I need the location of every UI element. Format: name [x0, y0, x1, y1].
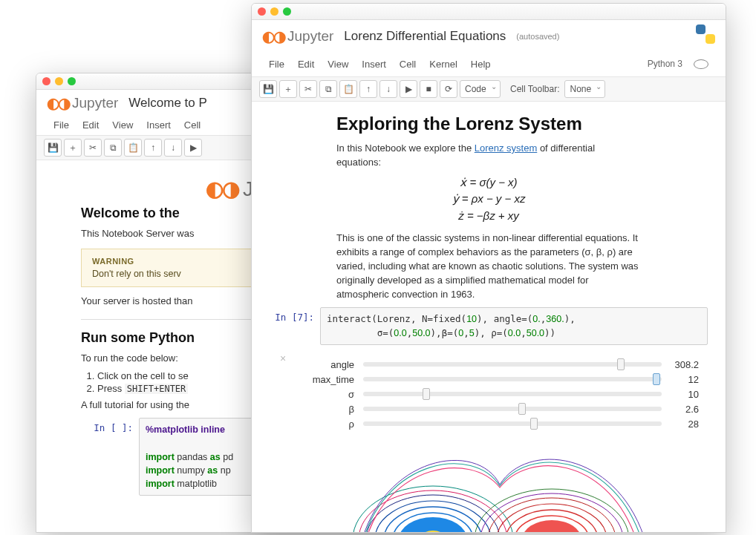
jupyter-logo: ◐◑Jupyter — [47, 94, 118, 112]
minimize-icon[interactable] — [270, 7, 278, 16]
menu-view[interactable]: View — [105, 116, 140, 134]
slider-thumb-icon[interactable] — [617, 358, 625, 370]
run-button[interactable]: ▶ — [400, 80, 417, 98]
notebook-title[interactable]: Lorenz Differential Equations — [344, 29, 506, 44]
widget-row: angle308.2 — [296, 359, 699, 370]
widget-label: max_time — [296, 374, 363, 385]
python-logo-icon — [696, 24, 715, 48]
code-cell[interactable]: In [7]: interact(Lorenz, N=fixed(10), an… — [262, 307, 708, 344]
menu-insert[interactable]: Insert — [140, 116, 177, 134]
doc-p2: This is one of the classic systems in no… — [336, 232, 641, 301]
kernel-status-icon[interactable] — [694, 59, 708, 69]
menu-edit[interactable]: Edit — [291, 56, 321, 73]
menu-insert[interactable]: Insert — [355, 56, 393, 73]
widget-value: 308.2 — [662, 359, 699, 370]
add-cell-button[interactable]: ＋ — [279, 80, 297, 98]
widget-label: ρ — [296, 419, 363, 430]
slider-thumb-icon[interactable] — [653, 373, 660, 385]
paste-button[interactable]: 📋 — [339, 80, 357, 98]
widget-row: β2.6 — [296, 404, 699, 415]
widget-label: β — [296, 404, 363, 415]
input-prompt: In [7]: — [262, 307, 320, 344]
kernel-name[interactable]: Python 3 — [641, 56, 689, 72]
notebook-body: Exploring the Lorenz System In this Note… — [252, 102, 726, 533]
menu-help[interactable]: Help — [464, 56, 498, 73]
move-up-button[interactable]: ↑ — [359, 80, 377, 98]
cut-button[interactable]: ✂ — [84, 139, 102, 157]
menu-cell[interactable]: Cell — [177, 116, 207, 134]
widget-slider[interactable] — [363, 421, 662, 426]
jupyter-logo: ◐◑Jupyter — [262, 27, 333, 45]
jupyter-orb-icon: ◐◑ — [47, 94, 69, 112]
restart-button[interactable]: ⟳ — [440, 80, 457, 98]
doc-heading: Exploring the Lorenz System — [336, 114, 641, 134]
titlebar — [252, 4, 726, 20]
close-icon[interactable] — [42, 77, 50, 85]
menu-file[interactable]: File — [262, 56, 291, 73]
lorenz-link[interactable]: Lorenz system — [475, 142, 538, 154]
menu-cell[interactable]: Cell — [393, 56, 423, 73]
menubar: File Edit View Insert Cell Kernel Help P… — [252, 51, 726, 77]
kernel-indicator: Python 3 — [634, 53, 715, 75]
menu-kernel[interactable]: Kernel — [423, 56, 464, 73]
widget-value: 12 — [662, 374, 699, 385]
zoom-icon[interactable] — [283, 7, 291, 16]
save-button[interactable]: 💾 — [259, 80, 277, 98]
notebook-header: ◐◑Jupyter Lorenz Differential Equations … — [252, 20, 726, 51]
widget-slider[interactable] — [363, 377, 662, 381]
menu-edit[interactable]: Edit — [76, 116, 105, 134]
jupyter-orb-icon: ◐◑ — [262, 27, 284, 45]
move-down-button[interactable]: ↓ — [379, 80, 397, 98]
slider-thumb-icon[interactable] — [530, 418, 538, 430]
run-button[interactable]: ▶ — [184, 139, 202, 157]
widget-value: 10 — [662, 389, 699, 400]
widget-slider[interactable] — [363, 407, 662, 411]
widget-row: σ10 — [296, 389, 699, 400]
code-area[interactable]: interact(Lorenz, N=fixed(10), angle=(0.,… — [320, 307, 708, 344]
cell-type-select[interactable]: Code — [460, 80, 501, 98]
minimize-icon[interactable] — [55, 77, 63, 85]
front-window: ◐◑Jupyter Lorenz Differential Equations … — [251, 3, 726, 533]
widget-value: 28 — [662, 419, 699, 430]
widget-value: 2.6 — [662, 404, 699, 415]
widget-slider[interactable] — [363, 362, 662, 367]
doc-p1: In this Notebook we explore the Lorenz s… — [336, 142, 641, 170]
zoom-icon[interactable] — [68, 77, 76, 85]
paste-button[interactable]: 📋 — [124, 139, 142, 157]
widget-panel: × angle308.2max_time12σ10β2.6ρ28 — [262, 351, 708, 430]
menu-view[interactable]: View — [321, 56, 355, 73]
save-button[interactable]: 💾 — [44, 139, 62, 157]
cut-button[interactable]: ✂ — [299, 80, 317, 98]
move-down-button[interactable]: ↓ — [164, 139, 182, 157]
notebook-title[interactable]: Welcome to P — [128, 96, 207, 111]
svg-point-12 — [522, 520, 581, 533]
widget-label: angle — [296, 359, 363, 370]
close-icon[interactable] — [258, 7, 266, 16]
add-cell-button[interactable]: ＋ — [64, 139, 82, 157]
widget-close-icon[interactable]: × — [280, 352, 286, 364]
stop-button[interactable]: ■ — [420, 80, 437, 98]
input-prompt: In [ ]: — [81, 418, 139, 496]
cell-toolbar-select[interactable]: None — [564, 80, 605, 98]
equations: ẋ = σ(y − x) ẏ = ρx − y − xz ż = −βz + x… — [336, 174, 641, 225]
move-up-button[interactable]: ↑ — [144, 139, 162, 157]
lorenz-plot — [322, 443, 671, 533]
autosave-label: (autosaved) — [516, 32, 559, 41]
menu-file[interactable]: File — [47, 116, 76, 134]
widget-row: ρ28 — [296, 419, 699, 430]
slider-thumb-icon[interactable] — [518, 403, 526, 415]
slider-thumb-icon[interactable] — [423, 388, 430, 400]
widget-row: max_time12 — [296, 374, 699, 385]
widget-slider[interactable] — [363, 392, 662, 396]
copy-button[interactable]: ⧉ — [319, 80, 337, 98]
widget-label: σ — [296, 389, 363, 400]
toolbar: 💾 ＋ ✂ ⧉ 📋 ↑ ↓ ▶ ■ ⟳ Code Cell Toolbar: N… — [252, 77, 726, 102]
cell-toolbar-label: Cell Toolbar: — [510, 84, 559, 94]
copy-button[interactable]: ⧉ — [104, 139, 122, 157]
